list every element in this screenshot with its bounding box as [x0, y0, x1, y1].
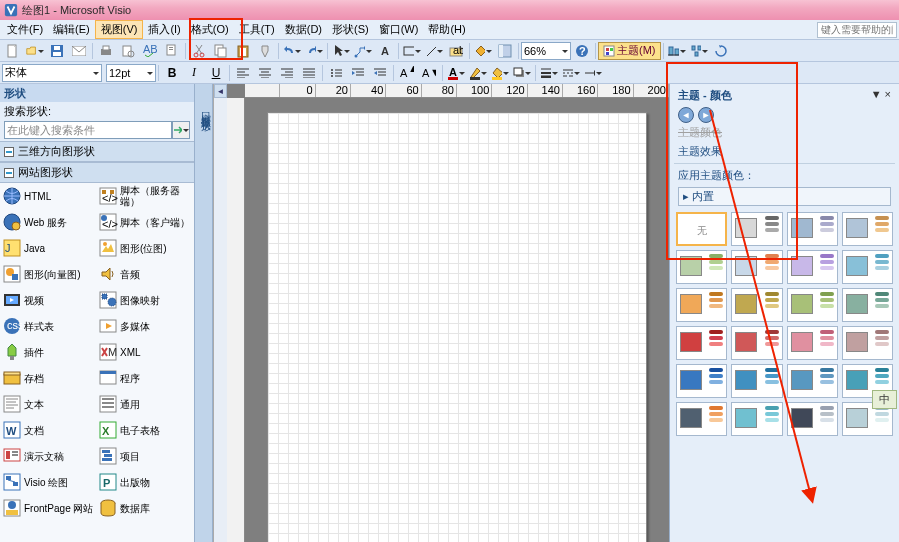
shape-category-web[interactable]: 网站图形状	[0, 162, 194, 183]
shape-item[interactable]: Visio 绘图	[0, 469, 96, 495]
align-justify-button[interactable]	[299, 64, 319, 82]
shape-item[interactable]: 存档	[0, 365, 96, 391]
theme-thumb[interactable]	[842, 326, 893, 360]
shapes-search-go-button[interactable]	[172, 121, 190, 139]
print-button[interactable]	[96, 42, 116, 60]
shape-item[interactable]: 图形(位图)	[96, 235, 192, 261]
line-weight-button[interactable]	[539, 64, 559, 82]
theme-thumb[interactable]	[676, 326, 727, 360]
shape-item[interactable]: 图像映射	[96, 287, 192, 313]
font-color-button[interactable]: A	[446, 64, 466, 82]
bullets-button[interactable]	[326, 64, 346, 82]
nav-forward-button[interactable]: ►	[698, 107, 714, 123]
align-left-button[interactable]	[233, 64, 253, 82]
shape-item[interactable]: css样式表	[0, 313, 96, 339]
shape-item[interactable]: FrontPage 网站	[0, 495, 96, 521]
menu-edit[interactable]: 编辑(E)	[48, 21, 95, 38]
theme-thumb[interactable]	[676, 288, 727, 322]
undo-button[interactable]	[282, 42, 302, 60]
line-color-button[interactable]	[468, 64, 488, 82]
theme-thumb[interactable]	[731, 288, 782, 322]
spellcheck-button[interactable]: ABC	[140, 42, 160, 60]
decrease-indent-button[interactable]	[370, 64, 390, 82]
theme-thumb[interactable]	[842, 250, 893, 284]
shape-item[interactable]: 插件	[0, 339, 96, 365]
fill-button[interactable]	[473, 42, 493, 60]
shape-item[interactable]: HTML	[0, 183, 96, 209]
fill-color-button[interactable]	[490, 64, 510, 82]
align-center-button[interactable]	[255, 64, 275, 82]
theme-thumb[interactable]	[731, 326, 782, 360]
canvas-area[interactable]: 020406080100120140160180200	[227, 84, 669, 542]
shape-item[interactable]: 图形(向量图)	[0, 261, 96, 287]
shape-item[interactable]: JJava	[0, 235, 96, 261]
zoom-select[interactable]: 66%	[521, 42, 571, 60]
align-button[interactable]	[667, 42, 687, 60]
line-tool-button[interactable]	[424, 42, 444, 60]
theme-thumb[interactable]	[731, 364, 782, 398]
help-button[interactable]: ?	[572, 42, 592, 60]
shape-item[interactable]: 通用	[96, 391, 192, 417]
menu-format[interactable]: 格式(O)	[186, 21, 234, 38]
bold-button[interactable]: B	[162, 64, 182, 82]
theme-effect-link[interactable]: 主题效果	[670, 142, 899, 161]
theme-thumb[interactable]	[676, 250, 727, 284]
help-search-input[interactable]	[817, 22, 897, 38]
shape-item[interactable]: </>脚本（服务器端）	[96, 183, 192, 209]
font-select[interactable]: 宋体	[2, 64, 102, 82]
font-size-select[interactable]: 12pt	[106, 64, 156, 82]
theme-thumb[interactable]	[787, 212, 838, 246]
shadow-button[interactable]	[512, 64, 532, 82]
format-painter-button[interactable]	[255, 42, 275, 60]
research-button[interactable]	[162, 42, 182, 60]
menu-tools[interactable]: 工具(T)	[234, 21, 280, 38]
textbox-tool-button[interactable]: abc	[446, 42, 466, 60]
distribute-button[interactable]	[689, 42, 709, 60]
shape-item[interactable]: </>脚本（客户端）	[96, 209, 192, 235]
menu-insert[interactable]: 插入(I)	[143, 21, 185, 38]
menu-file[interactable]: 文件(F)	[2, 21, 48, 38]
menu-shape[interactable]: 形状(S)	[327, 21, 374, 38]
shape-item[interactable]: 多媒体	[96, 313, 192, 339]
shape-item[interactable]: 视频	[0, 287, 96, 313]
redo-button[interactable]	[304, 42, 324, 60]
shape-item[interactable]: MLXML	[96, 339, 192, 365]
shape-item[interactable]: 文本	[0, 391, 96, 417]
increase-font-button[interactable]: A▲	[397, 64, 417, 82]
rotate-button[interactable]	[711, 42, 731, 60]
theme-thumb[interactable]	[731, 250, 782, 284]
shape-data-tab[interactable]: 形状数据窗口	[195, 84, 213, 542]
line-pattern-button[interactable]	[561, 64, 581, 82]
open-button[interactable]	[25, 42, 45, 60]
line-ends-button[interactable]	[583, 64, 603, 82]
menu-window[interactable]: 窗口(W)	[374, 21, 424, 38]
theme-thumb[interactable]	[787, 364, 838, 398]
text-tool-button[interactable]: A	[375, 42, 395, 60]
shapes-search-input[interactable]	[4, 121, 172, 139]
drawing-page[interactable]	[267, 112, 647, 542]
theme-thumb[interactable]	[787, 250, 838, 284]
shapes-window-button[interactable]	[495, 42, 515, 60]
print-preview-button[interactable]	[118, 42, 138, 60]
shape-item[interactable]: X电子表格	[96, 417, 192, 443]
shape-item[interactable]: 演示文稿	[0, 443, 96, 469]
paste-button[interactable]	[233, 42, 253, 60]
theme-thumb[interactable]	[842, 288, 893, 322]
save-button[interactable]	[47, 42, 67, 60]
menu-data[interactable]: 数据(D)	[280, 21, 327, 38]
theme-thumb[interactable]	[787, 326, 838, 360]
cut-button[interactable]	[189, 42, 209, 60]
theme-thumb[interactable]	[676, 364, 727, 398]
align-right-button[interactable]	[277, 64, 297, 82]
underline-button[interactable]: U	[206, 64, 226, 82]
increase-indent-button[interactable]	[348, 64, 368, 82]
theme-button[interactable]: 主题(M)	[598, 42, 661, 60]
theme-thumb[interactable]	[842, 212, 893, 246]
mail-button[interactable]	[69, 42, 89, 60]
shape-item[interactable]: 数据库	[96, 495, 192, 521]
vtab-scroll[interactable]: ◄ ►	[213, 84, 227, 542]
scroll-left-button[interactable]: ◄	[214, 84, 227, 98]
theme-thumb-none[interactable]: 无	[676, 212, 727, 246]
shape-item[interactable]: Web 服务	[0, 209, 96, 235]
theme-thumb[interactable]	[731, 212, 782, 246]
